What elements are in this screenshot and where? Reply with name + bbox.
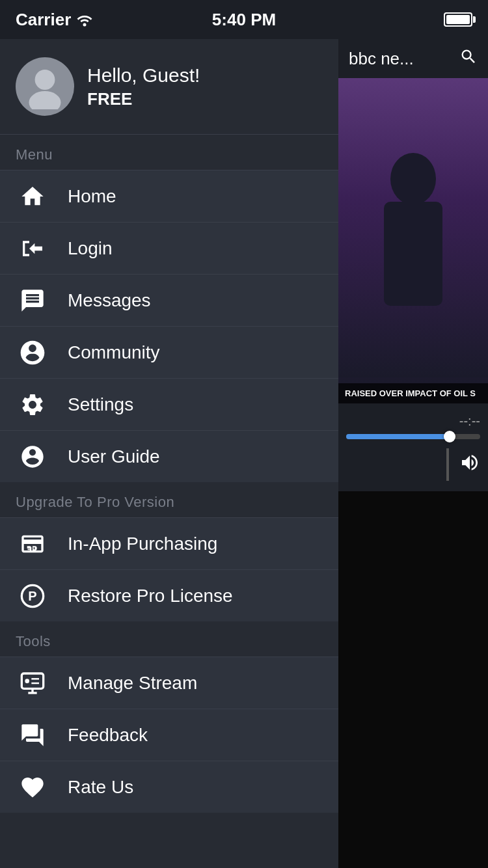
battery-icon bbox=[444, 12, 472, 27]
messages-icon bbox=[16, 284, 49, 318]
sidebar-item-messages[interactable]: Messages bbox=[0, 274, 338, 326]
sidebar-item-rate-us[interactable]: Rate Us bbox=[0, 761, 338, 813]
sidebar-item-settings[interactable]: Settings bbox=[0, 378, 338, 430]
feedback-label: Feedback bbox=[68, 725, 148, 746]
user-guide-icon bbox=[16, 440, 49, 474]
rate-us-icon bbox=[16, 770, 49, 804]
svg-point-0 bbox=[83, 23, 87, 27]
profile-info: Hello, Guest! FREE bbox=[87, 64, 200, 109]
feedback-icon bbox=[16, 718, 49, 752]
time-display: --:-- bbox=[346, 414, 480, 429]
navigation-drawer: Hello, Guest! FREE Menu Home Login Messa bbox=[0, 39, 338, 868]
svg-point-1 bbox=[35, 70, 55, 90]
main-layout: Hello, Guest! FREE Menu Home Login Messa bbox=[0, 39, 488, 868]
video-player: RAISED OVER IMPACT OF OIL S bbox=[338, 78, 488, 403]
community-icon bbox=[16, 336, 49, 370]
divider bbox=[446, 448, 449, 481]
progress-fill bbox=[346, 434, 447, 439]
right-topbar: bbc ne... bbox=[338, 39, 488, 78]
status-bar: Carrier 5:40 PM bbox=[0, 0, 488, 39]
svg-point-8 bbox=[25, 679, 29, 683]
messages-label: Messages bbox=[68, 290, 151, 311]
restore-pro-label: Restore Pro License bbox=[68, 586, 233, 606]
sidebar-item-home[interactable]: Home bbox=[0, 170, 338, 222]
sidebar-item-feedback[interactable]: Feedback bbox=[0, 709, 338, 761]
home-label: Home bbox=[68, 186, 116, 207]
menu-section-header: Menu bbox=[0, 135, 338, 170]
carrier-info: Carrier bbox=[16, 10, 93, 30]
profile-greeting: Hello, Guest! bbox=[87, 64, 200, 87]
upgrade-section-header: Upgrade To Pro Version bbox=[0, 482, 338, 517]
volume-icon[interactable] bbox=[459, 452, 480, 478]
purchase-icon bbox=[16, 527, 49, 561]
ticker-text: RAISED OVER IMPACT OF OIL S bbox=[338, 383, 488, 403]
video-content: RAISED OVER IMPACT OF OIL S bbox=[338, 78, 488, 403]
user-guide-label: User Guide bbox=[68, 446, 160, 467]
svg-text:P: P bbox=[28, 588, 36, 603]
svg-rect-5 bbox=[21, 673, 43, 688]
svg-point-2 bbox=[29, 91, 61, 109]
tools-section-header: Tools bbox=[0, 621, 338, 657]
time-display: 5:40 PM bbox=[212, 10, 276, 30]
progress-bar[interactable] bbox=[346, 434, 480, 439]
wifi-icon bbox=[76, 12, 93, 27]
carrier-label: Carrier bbox=[16, 10, 71, 30]
sidebar-item-restore-pro[interactable]: P Restore Pro License bbox=[0, 569, 338, 621]
sidebar-item-manage-stream[interactable]: Manage Stream bbox=[0, 657, 338, 709]
sidebar-item-in-app-purchasing[interactable]: In-App Purchasing bbox=[0, 517, 338, 569]
login-icon bbox=[16, 232, 49, 265]
right-panel: bbc ne... bbox=[338, 39, 488, 868]
search-button[interactable] bbox=[459, 47, 478, 70]
manage-stream-icon bbox=[16, 666, 49, 700]
home-icon bbox=[16, 180, 49, 213]
sidebar-item-community[interactable]: Community bbox=[0, 326, 338, 378]
community-label: Community bbox=[68, 342, 160, 363]
profile-tier: FREE bbox=[87, 89, 200, 109]
volume-row bbox=[346, 448, 480, 481]
sidebar-item-user-guide[interactable]: User Guide bbox=[0, 430, 338, 482]
login-label: Login bbox=[68, 238, 113, 259]
channel-name: bbc ne... bbox=[349, 49, 414, 69]
battery-container bbox=[444, 12, 472, 27]
rate-us-label: Rate Us bbox=[68, 777, 133, 798]
player-controls: --:-- bbox=[338, 403, 488, 491]
progress-handle[interactable] bbox=[444, 431, 455, 442]
sidebar-item-login[interactable]: Login bbox=[0, 222, 338, 274]
manage-stream-label: Manage Stream bbox=[68, 673, 197, 694]
settings-label: Settings bbox=[68, 394, 133, 415]
battery-fill bbox=[446, 15, 470, 24]
avatar bbox=[16, 57, 74, 116]
profile-section: Hello, Guest! FREE bbox=[0, 39, 338, 135]
video-person-shape bbox=[338, 78, 488, 377]
in-app-purchasing-label: In-App Purchasing bbox=[68, 534, 217, 554]
svg-rect-13 bbox=[384, 202, 442, 306]
restore-icon: P bbox=[16, 579, 49, 613]
avatar-icon bbox=[22, 64, 68, 109]
settings-icon bbox=[16, 388, 49, 422]
svg-point-12 bbox=[390, 153, 436, 205]
